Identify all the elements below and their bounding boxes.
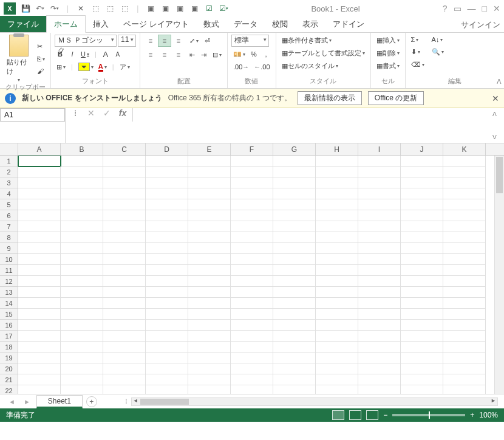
cell[interactable] [401,342,443,352]
cell[interactable] [358,265,401,276]
insert-cells-button[interactable]: ▦ 挿入 ▾ [375,35,401,46]
cell[interactable] [103,254,146,265]
cell[interactable] [18,167,61,177]
format-painter-icon[interactable]: 🖌 [35,66,47,76]
cell[interactable] [401,352,443,363]
cell[interactable] [231,232,273,243]
cell[interactable] [18,298,61,309]
qat-icon-2[interactable]: ⬚ [90,4,100,13]
column-header[interactable]: J [401,143,443,155]
cell[interactable] [103,298,146,309]
cell[interactable] [188,309,231,320]
row-header[interactable]: 21 [0,374,18,385]
row-header[interactable]: 15 [0,309,18,320]
fx-icon[interactable]: fx [117,108,129,118]
new-sheet-button[interactable]: + [86,396,97,407]
cell[interactable] [273,254,316,265]
cell[interactable] [61,287,103,298]
column-header[interactable]: H [316,143,358,155]
align-center-icon[interactable]: ≡ [158,49,171,61]
comma-button[interactable]: , [261,49,271,60]
cell[interactable] [273,363,316,374]
cell[interactable] [401,188,443,199]
cell[interactable] [401,374,443,385]
cell[interactable] [358,342,401,352]
cell[interactable] [103,243,146,254]
cell[interactable] [18,363,61,374]
cell[interactable] [103,352,146,363]
cell[interactable] [18,188,61,199]
cell[interactable] [146,309,188,320]
paste-button[interactable]: 貼り付け ▾ [4,35,34,83]
format-as-table-button[interactable]: ▦ テーブルとして書式設定▾ [280,47,367,59]
cell[interactable] [188,265,231,276]
cell[interactable] [358,210,401,221]
border-button[interactable]: ⊞▾ [55,61,67,72]
cell[interactable] [18,265,61,276]
cell[interactable] [443,342,486,352]
cell[interactable] [146,199,188,210]
align-bottom-icon[interactable]: ≡ [172,35,185,47]
cell[interactable] [146,385,188,394]
cell[interactable] [146,177,188,188]
cell[interactable] [358,363,401,374]
cell[interactable] [401,363,443,374]
cell[interactable] [103,177,146,188]
cell[interactable] [273,331,316,342]
help-icon[interactable]: ? [443,4,448,13]
cell[interactable] [188,188,231,199]
cell[interactable] [61,298,103,309]
find-select-button[interactable]: 🔍▾ [430,47,446,57]
cell[interactable] [273,374,316,385]
cell[interactable] [61,177,103,188]
clear-button[interactable]: ⌫▾ [409,60,426,70]
cell[interactable] [401,254,443,265]
normal-view-icon[interactable] [332,410,344,420]
cell[interactable] [188,167,231,177]
row-header[interactable]: 6 [0,210,18,221]
italic-button[interactable]: I [67,49,78,60]
message-bar-close-icon[interactable]: ✕ [492,94,499,103]
cell[interactable] [316,342,358,352]
cell[interactable] [18,320,61,331]
row-header[interactable]: 13 [0,287,18,298]
collapse-ribbon-icon[interactable]: ᐱ [497,78,502,86]
zoom-slider[interactable] [392,414,465,416]
cell[interactable] [358,167,401,177]
cell[interactable] [443,363,486,374]
cell[interactable] [188,320,231,331]
cell[interactable] [443,352,486,363]
cell[interactable] [61,167,103,177]
formula-bar-expand-icon[interactable]: ᐱ [492,111,497,117]
cell[interactable] [146,210,188,221]
cell[interactable] [401,232,443,243]
close-icon[interactable]: ✕ [493,4,500,13]
cell-styles-button[interactable]: ▦ セルのスタイル▾ [280,60,367,72]
cell[interactable] [401,177,443,188]
cell[interactable] [61,188,103,199]
merge-button[interactable]: ⊟▾ [211,50,223,60]
cell[interactable] [273,156,316,167]
cell[interactable] [146,156,188,167]
tab-addin[interactable]: アドイン [325,16,372,32]
select-all-corner[interactable] [0,143,18,155]
cell[interactable] [443,320,486,331]
qat-icon-1[interactable]: ✕ [76,4,86,13]
cell[interactable] [401,210,443,221]
cell[interactable] [18,232,61,243]
cell[interactable] [231,363,273,374]
font-name-select[interactable]: ＭＳ Ｐゴシック [55,35,117,47]
signin-link[interactable]: サインイン [461,19,500,30]
tab-data[interactable]: データ [226,16,265,32]
row-header[interactable]: 7 [0,221,18,232]
cell[interactable] [443,385,486,394]
cell[interactable] [316,243,358,254]
cell[interactable] [146,232,188,243]
cell[interactable] [61,374,103,385]
column-header[interactable]: B [61,143,103,155]
tab-review[interactable]: 校閲 [265,16,295,32]
sort-filter-button[interactable]: A↓▾ [430,35,446,44]
cell[interactable] [103,363,146,374]
cell[interactable] [18,276,61,287]
cell[interactable] [146,254,188,265]
